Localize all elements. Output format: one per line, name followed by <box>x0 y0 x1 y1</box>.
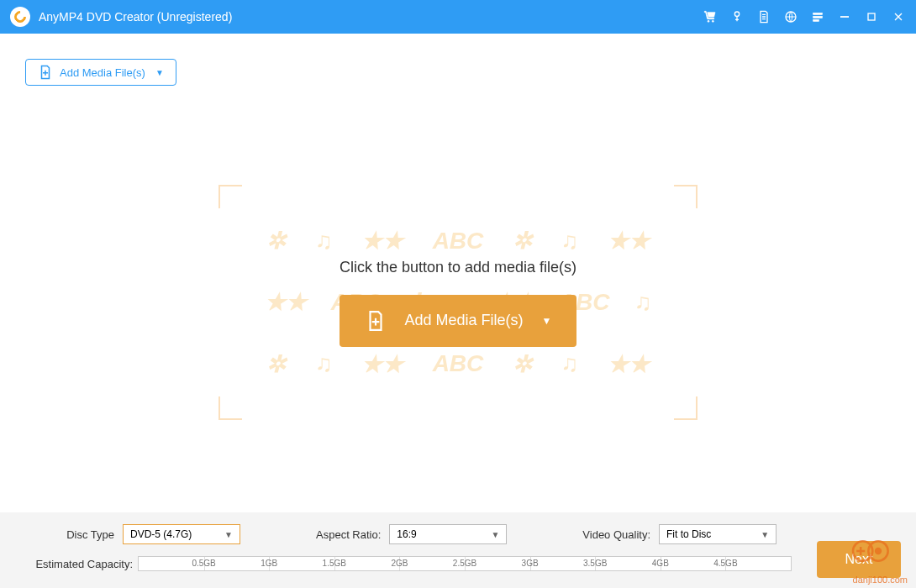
globe-icon[interactable] <box>783 9 798 24</box>
minimize-icon[interactable] <box>837 9 852 24</box>
app-logo <box>10 7 30 27</box>
capacity-tick-label: 3.5GB <box>583 559 607 568</box>
capacity-tick-label: 4.5GB <box>713 559 737 568</box>
add-file-icon <box>365 310 387 332</box>
watermark-logo <box>849 536 891 566</box>
capacity-tick-label: 1GB <box>261 559 277 568</box>
video-quality-select[interactable]: Fit to Disc ▼ <box>659 524 776 544</box>
svg-rect-8 <box>868 13 875 20</box>
svg-rect-4 <box>813 13 823 14</box>
add-media-button-small[interactable]: Add Media File(s) ▼ <box>25 59 176 86</box>
svg-point-2 <box>734 12 739 16</box>
chevron-down-icon: ▼ <box>761 530 769 539</box>
cart-icon[interactable] <box>703 9 718 24</box>
capacity-tick-label: 0.5GB <box>192 559 215 568</box>
add-media-label-big: Add Media File(s) <box>405 312 524 329</box>
bottom-bar: Disc Type DVD-5 (4.7G) ▼ Aspect Ratio: 1… <box>0 512 916 588</box>
aspect-ratio-value: 16:9 <box>397 528 416 540</box>
svg-rect-7 <box>840 16 848 17</box>
chevron-down-icon: ▼ <box>155 68 164 77</box>
titlebar: AnyMP4 DVD Creator (Unregistered) <box>0 0 916 34</box>
aspect-ratio-select[interactable]: 16:9 ▼ <box>389 524 507 544</box>
aspect-ratio-label: Aspect Ratio: <box>316 528 381 541</box>
dropzone: ✲ ♫ ★★ ABC ✲ ♫ ★★ ★★ ABC ✲ ♫ ★★ ABC ♫ ✲ … <box>218 185 698 420</box>
menu-icon[interactable] <box>810 9 825 24</box>
video-quality-value: Fit to Disc <box>666 528 711 540</box>
titlebar-actions <box>703 9 906 24</box>
svg-point-0 <box>708 20 709 22</box>
capacity-tick-label: 2.5GB <box>453 559 476 568</box>
svg-point-11 <box>875 548 882 554</box>
svg-rect-6 <box>813 19 819 21</box>
chevron-down-icon: ▼ <box>491 530 499 539</box>
video-quality-label: Video Quality: <box>582 528 650 541</box>
capacity-tick-label: 2GB <box>391 559 408 568</box>
estimated-capacity-label: Estimated Capacity: <box>24 558 133 570</box>
watermark-text: danji100.com <box>853 575 908 585</box>
key-icon[interactable] <box>729 9 745 24</box>
capacity-tick-label: 1.5GB <box>323 559 346 568</box>
dropzone-hint: Click the button to add media file(s) <box>340 259 576 276</box>
disc-type-select[interactable]: DVD-5 (4.7G) ▼ <box>123 524 240 544</box>
close-icon[interactable] <box>891 9 906 24</box>
svg-point-1 <box>712 20 713 22</box>
add-media-button-big[interactable]: Add Media File(s) ▼ <box>340 295 577 347</box>
toolbar: Add Media File(s) ▼ <box>0 34 916 86</box>
disc-type-value: DVD-5 (4.7G) <box>130 528 192 540</box>
chevron-down-icon: ▼ <box>224 530 233 539</box>
window-title: AnyMP4 DVD Creator (Unregistered) <box>39 10 232 24</box>
capacity-tick-label: 4GB <box>652 559 669 568</box>
disc-type-label: Disc Type <box>24 528 114 541</box>
document-icon[interactable] <box>756 9 771 24</box>
add-file-icon <box>38 65 53 80</box>
capacity-tick-label: 3GB <box>522 559 539 568</box>
svg-rect-5 <box>813 16 823 18</box>
add-media-label: Add Media File(s) <box>60 66 145 79</box>
maximize-icon[interactable] <box>864 9 879 24</box>
chevron-down-icon: ▼ <box>542 315 552 327</box>
capacity-bar: 0.5GB1GB1.5GB2GB2.5GB3GB3.5GB4GB4.5GB <box>138 556 792 571</box>
